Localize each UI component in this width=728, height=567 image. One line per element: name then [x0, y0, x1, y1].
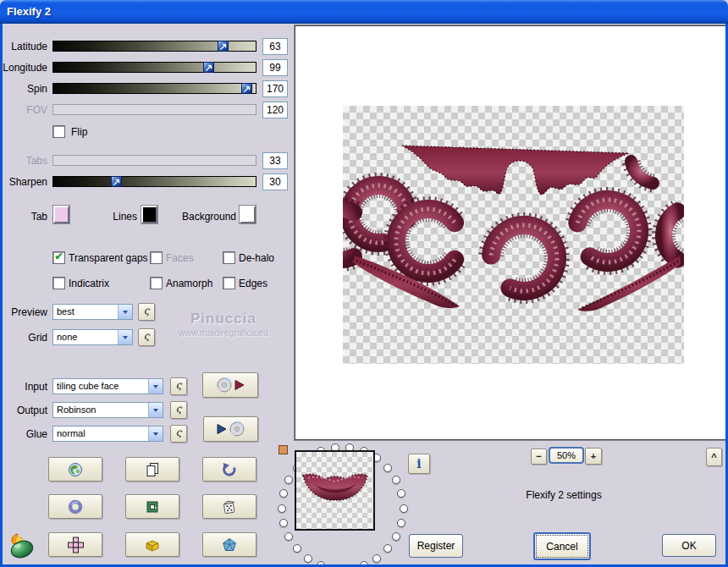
- window-title: Flexify 2: [7, 5, 51, 18]
- info-button[interactable]: i: [408, 454, 430, 474]
- memory-dot[interactable]: [304, 554, 312, 563]
- memory-dot[interactable]: [284, 476, 293, 484]
- memory-dot[interactable]: [392, 532, 400, 541]
- thumbnail-rendered-image: [296, 452, 373, 529]
- register-button[interactable]: Register: [409, 534, 463, 558]
- memory-dot[interactable]: [383, 544, 392, 553]
- memory-dot[interactable]: [383, 464, 392, 472]
- zoom-in-button[interactable]: +: [585, 448, 602, 465]
- zoom-level[interactable]: 50%: [549, 447, 584, 464]
- window-border-left: [0, 20, 3, 567]
- ok-button[interactable]: OK: [662, 534, 716, 557]
- selected-memory-slot[interactable]: [279, 445, 288, 454]
- memory-dot[interactable]: [279, 519, 288, 527]
- memory-dot[interactable]: [392, 476, 400, 484]
- cancel-button[interactable]: Cancel: [533, 532, 591, 560]
- memory-dot[interactable]: [372, 554, 381, 563]
- memory-dot[interactable]: [397, 489, 405, 498]
- title-bar[interactable]: Flexify 2: [0, 0, 728, 24]
- memory-dot[interactable]: [279, 489, 288, 498]
- memory-dot[interactable]: [400, 504, 408, 513]
- flexify-dialog: Flexify 2 Latitude 63 Longitude 99 Spin …: [0, 0, 728, 567]
- memory-dot[interactable]: [397, 519, 405, 527]
- memory-dot[interactable]: [284, 532, 293, 541]
- settings-thumbnail[interactable]: [295, 450, 375, 531]
- memory-dot[interactable]: [278, 504, 286, 513]
- collapse-button[interactable]: ^: [706, 448, 722, 466]
- zoom-out-button[interactable]: −: [531, 449, 547, 465]
- memory-dot[interactable]: [293, 544, 301, 553]
- info-icon: i: [416, 457, 421, 471]
- settings-name-label: Flexify 2 settings: [474, 489, 654, 501]
